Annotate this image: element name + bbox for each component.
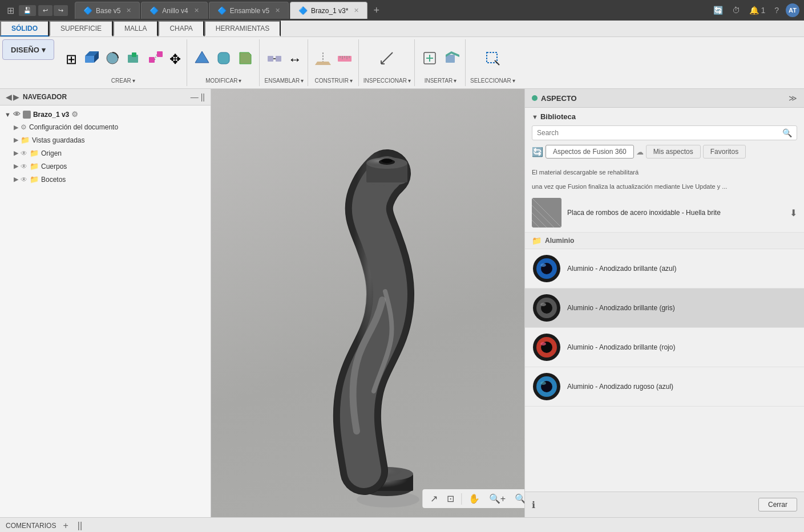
material-item-inox[interactable]: Placa de rombos de acero inoxidable - Hu… (525, 193, 804, 233)
nav-pin-button[interactable]: || (201, 92, 205, 101)
undo-button[interactable]: ↩ (38, 5, 52, 16)
fillet-button[interactable] (213, 49, 234, 69)
chamfer-button[interactable] (235, 49, 256, 69)
tree-item-cuerpos[interactable]: ▶ 👁 📁 Cuerpos (0, 160, 211, 173)
save-button[interactable]: 💾 (19, 5, 36, 16)
push-pull-button[interactable] (192, 49, 212, 69)
tree-root[interactable]: ▼ 👁 Brazo_1 v3 ⚙ (0, 108, 211, 121)
tab-close-ensamble[interactable]: ✕ (275, 7, 280, 14)
svg-rect-6 (149, 57, 155, 63)
tree-item-origen[interactable]: ▶ 👁 📁 Origen (0, 147, 211, 160)
toolbar-tab-malla[interactable]: MALLA (113, 21, 158, 36)
search-input[interactable] (537, 129, 779, 137)
move-button[interactable]: ✥ (167, 51, 183, 67)
tree-area: ▼ 👁 Brazo_1 v3 ⚙ ▶ ⚙ Configuración del d… (0, 105, 211, 517)
svg-line-8 (155, 54, 157, 60)
plane-button[interactable] (313, 49, 333, 69)
toolbar-tab-solido[interactable]: SÓLIDO (0, 21, 49, 36)
material-item-1[interactable]: Aluminio - Anodizado brillante (gris) (525, 289, 804, 328)
history-icon[interactable]: ⏱ (730, 3, 742, 17)
tab-ensamble[interactable]: 🔷 Ensamble v5 ✕ (209, 2, 289, 19)
material-thumb-inox (532, 198, 561, 228)
nav-forward-button[interactable]: ▶ (13, 92, 19, 101)
camera-button[interactable]: ⊡ (443, 492, 458, 506)
redo-button[interactable]: ↪ (54, 5, 68, 16)
new-component-button[interactable]: ⊞ (63, 51, 79, 67)
seleccionar-label: SELECCIONAR ▾ (470, 78, 515, 85)
root-expand-icon[interactable]: ▼ (5, 111, 11, 118)
vistas-expand-icon: ▶ (14, 136, 18, 144)
design-button[interactable]: DISEÑO ▾ (2, 39, 54, 60)
tab-brazo[interactable]: 🔷 Brazo_1 v3* ✕ (290, 2, 367, 19)
root-settings-icon[interactable]: ⚙ (71, 110, 78, 119)
toolbar-group-modificar: MODIFICAR ▾ (188, 39, 260, 86)
design-label: DISEÑO (11, 46, 39, 54)
cut-button[interactable] (124, 49, 144, 69)
download-button[interactable]: ⬇ (790, 208, 797, 218)
add-tab-button[interactable]: + (369, 2, 384, 19)
bib-tab-mis[interactable]: Mis aspectos (646, 145, 701, 159)
bib-tab-favoritos[interactable]: Favoritos (703, 145, 746, 159)
toolbar-tab-herramientas[interactable]: HERRAMIENTAS (204, 21, 281, 36)
tree-item-vistas[interactable]: ▶ 📁 Vistas guardadas (0, 133, 211, 147)
tabs-area: 🔷 Base v5 ✕ 🔷 Anillo v4 ✕ 🔷 Ensamble v5 … (75, 2, 709, 19)
comments-pin-button[interactable]: || (75, 519, 84, 532)
comments-add-button[interactable]: + (60, 519, 70, 532)
tab-anillo[interactable]: 🔷 Anillo v4 ✕ (141, 2, 207, 19)
zoom-fit-button[interactable]: 🔍+ (486, 492, 509, 506)
eye-root-icon[interactable]: 👁 (13, 110, 21, 119)
tab-icon-anillo: 🔷 (150, 6, 159, 15)
aspecto-expand-button[interactable]: ≫ (789, 94, 797, 103)
material-item-2[interactable]: Aluminio - Anodizado brillante (rojo) (525, 328, 804, 367)
measure-button[interactable] (377, 49, 397, 69)
bocetos-expand-icon: ▶ (14, 176, 18, 183)
refresh-icon[interactable]: 🔄 (711, 3, 725, 17)
info-icon[interactable]: ℹ (532, 499, 535, 510)
motion-button[interactable]: ↔ (286, 51, 304, 67)
cuerpos-eye-icon[interactable]: 👁 (21, 163, 27, 170)
toolbar: SÓLIDO SUPERFICIE MALLA CHAPA HERRAMIENT… (0, 21, 804, 89)
tree-item-bocetos[interactable]: ▶ 👁 📁 Bocetos (0, 173, 211, 186)
category-aluminio[interactable]: 📁 Aluminio (525, 233, 804, 249)
notification-icon[interactable]: 🔔 1 (747, 3, 768, 17)
pan-button[interactable]: ✋ (465, 492, 483, 506)
joint-button[interactable] (264, 49, 285, 69)
material-item-0[interactable]: Aluminio - Anodizado brillante (azul) (525, 249, 804, 289)
nav-collapse-button[interactable]: — (191, 92, 199, 101)
toolbar-tab-chapa[interactable]: CHAPA (158, 21, 204, 36)
insert-mesh-button[interactable] (441, 49, 462, 69)
nav-back-button[interactable]: ◀ (6, 92, 12, 101)
toolbar-group-ensamblar: ↔ ENSAMBLAR ▾ (261, 39, 308, 86)
svg-marker-9 (195, 51, 209, 63)
revolve-button[interactable] (102, 49, 123, 69)
config-label: Configuración del documento (29, 123, 118, 131)
refresh-button[interactable]: 🔄 (532, 147, 543, 157)
tab-close-base[interactable]: ✕ (126, 7, 131, 14)
origen-eye-icon[interactable]: 👁 (21, 149, 27, 157)
toolbar-tab-superficie[interactable]: SUPERFICIE (49, 21, 113, 36)
select-button[interactable] (482, 49, 503, 69)
orient-button[interactable]: ↗ (427, 492, 441, 506)
svg-rect-5 (132, 52, 136, 57)
bib-tab-fusion[interactable]: Aspectos de Fusion 360 (546, 145, 634, 159)
material-item-3[interactable]: Aluminio - Anodizado rugoso (azul) (525, 367, 804, 407)
biblioteca-section: ▼ Biblioteca 🔍 🔄 Aspectos de Fusion 360 … (525, 108, 804, 165)
extrude-button[interactable] (80, 49, 101, 69)
help-icon[interactable]: ? (772, 3, 781, 17)
tab-base[interactable]: 🔷 Base v5 ✕ (75, 2, 140, 19)
cerrar-button[interactable]: Cerrar (758, 498, 797, 511)
app-grid-icon[interactable]: ⊞ (5, 3, 17, 18)
tab-close-anillo[interactable]: ✕ (194, 7, 199, 14)
tab-close-brazo[interactable]: ✕ (354, 7, 359, 14)
avatar[interactable]: AT (786, 3, 799, 17)
toolbar-group-insertar: INSERTAR ▾ (416, 39, 466, 86)
ruler-button[interactable] (334, 49, 355, 69)
insert-svg-button[interactable] (419, 49, 440, 69)
biblioteca-header[interactable]: ▼ Biblioteca (532, 112, 797, 121)
pattern-button[interactable] (146, 49, 166, 69)
bocetos-eye-icon[interactable]: 👁 (21, 176, 27, 184)
tree-item-config[interactable]: ▶ ⚙ Configuración del documento (0, 121, 211, 133)
inspeccionar-arrow: ▾ (408, 78, 411, 84)
title-bar-left: ⊞ 💾 ↩ ↪ (5, 3, 68, 18)
nav-arrows: ◀ ▶ (6, 92, 19, 101)
